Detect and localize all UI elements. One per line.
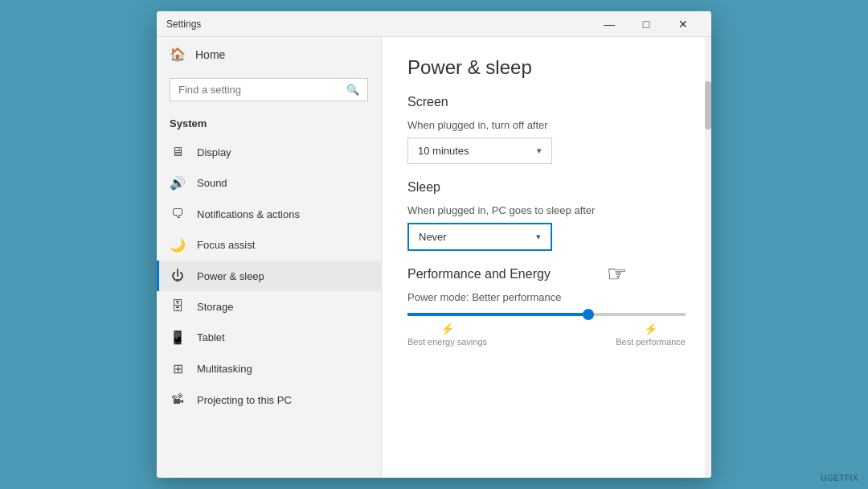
sidebar-item-display-label: Display — [197, 146, 231, 158]
power-slider[interactable]: ⚡ Best energy savings ⚡ Best performance — [407, 313, 686, 347]
search-input[interactable] — [178, 84, 340, 96]
sidebar-item-multitasking[interactable]: ⊞ Multitasking — [157, 353, 381, 384]
sidebar-item-tablet-label: Tablet — [197, 331, 225, 343]
scrollbar[interactable] — [705, 37, 711, 478]
window-controls: — □ ✕ — [591, 11, 702, 37]
display-icon: 🖥 — [170, 145, 186, 159]
sidebar-item-notifications[interactable]: 🗨 Notifications & actions — [157, 199, 381, 229]
sidebar-item-multitasking-label: Multitasking — [197, 363, 252, 375]
notifications-icon: 🗨 — [170, 207, 186, 221]
search-box[interactable]: 🔍 — [170, 78, 368, 101]
search-icon: 🔍 — [346, 84, 359, 96]
performance-section: Performance and Energy Power mode: Bette… — [407, 267, 686, 347]
slider-labels: ⚡ Best energy savings ⚡ Best performance — [407, 323, 686, 347]
sleep-section-title: Sleep — [407, 180, 686, 195]
watermark: UGETFIX — [821, 474, 858, 483]
page-title: Power & sleep — [407, 56, 686, 79]
best-performance-icon: ⚡ — [644, 323, 657, 335]
close-button[interactable]: ✕ — [665, 11, 702, 37]
best-performance-label: Best performance — [616, 337, 686, 347]
sidebar-item-storage[interactable]: 🗄 Storage — [157, 291, 381, 322]
perf-section-title: Performance and Energy — [407, 267, 686, 281]
slider-track — [407, 313, 686, 316]
window-title: Settings — [166, 18, 591, 30]
scrollbar-thumb[interactable] — [705, 81, 711, 129]
window-body: 🏠 Home 🔍 System 🖥 Display 🔊 Sound 🗨 Noti… — [157, 37, 711, 478]
sleep-timeout-value: Never — [419, 231, 447, 243]
power-icon: ⏻ — [170, 269, 186, 283]
focus-icon: 🌙 — [170, 237, 186, 253]
slider-thumb — [583, 309, 594, 320]
sidebar-item-projecting[interactable]: 📽 Projecting to this PC — [157, 384, 381, 415]
multitasking-icon: ⊞ — [170, 361, 186, 376]
home-label: Home — [195, 48, 225, 61]
sidebar-item-storage-label: Storage — [197, 301, 234, 313]
energy-savings-label: Best energy savings — [407, 337, 487, 347]
screen-dropdown-label: When plugged in, turn off after — [407, 119, 686, 131]
sleep-dropdown-label: When plugged in, PC goes to sleep after — [407, 204, 686, 216]
title-bar: Settings — □ ✕ — [157, 11, 711, 37]
projecting-icon: 📽 — [170, 392, 186, 407]
storage-icon: 🗄 — [170, 299, 186, 314]
sidebar-item-power-label: Power & sleep — [197, 270, 264, 282]
home-icon: 🏠 — [170, 47, 186, 62]
sidebar-item-sound-label: Sound — [197, 177, 227, 189]
sleep-dropdown-arrow: ▾ — [536, 232, 541, 242]
sidebar-item-notifications-label: Notifications & actions — [197, 208, 300, 220]
tablet-icon: 📱 — [170, 330, 186, 345]
settings-window: Settings — □ ✕ 🏠 Home 🔍 System 🖥 Display — [157, 11, 711, 478]
sidebar-item-projecting-label: Projecting to this PC — [197, 394, 292, 406]
perf-mode-label: Power mode: Better performance — [407, 291, 686, 303]
energy-savings-icon: ⚡ — [440, 323, 454, 335]
sidebar-item-tablet[interactable]: 📱 Tablet — [157, 322, 381, 353]
system-label: System — [170, 117, 207, 129]
screen-timeout-dropdown[interactable]: 10 minutes ▾ — [407, 138, 552, 164]
sidebar-item-sound[interactable]: 🔊 Sound — [157, 167, 381, 199]
sidebar: 🏠 Home 🔍 System 🖥 Display 🔊 Sound 🗨 Noti… — [157, 37, 382, 478]
screen-timeout-value: 10 minutes — [418, 145, 469, 157]
sidebar-item-focus-label: Focus assist — [197, 239, 255, 251]
sidebar-item-home[interactable]: 🏠 Home — [157, 37, 381, 72]
slider-fill — [407, 313, 588, 316]
minimize-button[interactable]: — — [591, 11, 628, 37]
screen-section-title: Screen — [407, 95, 686, 109]
sound-icon: 🔊 — [170, 175, 186, 191]
sidebar-item-power[interactable]: ⏻ Power & sleep — [157, 261, 381, 291]
system-header: System — [157, 111, 381, 137]
sidebar-item-display[interactable]: 🖥 Display — [157, 137, 381, 167]
sleep-section: Sleep When plugged in, PC goes to sleep … — [407, 180, 686, 251]
sidebar-item-focus[interactable]: 🌙 Focus assist — [157, 229, 381, 261]
content-area: Power & sleep Screen When plugged in, tu… — [382, 37, 711, 478]
sleep-timeout-dropdown[interactable]: Never ▾ — [407, 223, 552, 251]
screen-dropdown-arrow: ▾ — [537, 146, 542, 156]
maximize-button[interactable]: □ — [628, 11, 665, 37]
screen-section: Screen When plugged in, turn off after 1… — [407, 95, 686, 164]
